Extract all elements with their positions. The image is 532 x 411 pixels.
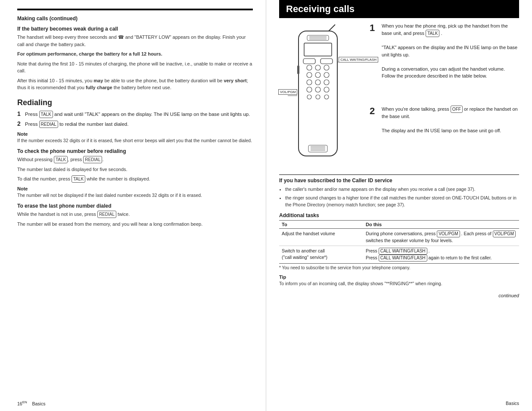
erase-heading: To erase the last phone number dialed <box>17 203 253 209</box>
step2-content: Press REDIAL to redial the number last d… <box>25 121 253 128</box>
left-page-footer: 16EN Basics <box>17 400 45 406</box>
svg-point-11 <box>307 72 312 78</box>
svg-line-1 <box>329 25 335 31</box>
check-text2: The number last dialed is displayed for … <box>17 166 253 173</box>
check-text3: To dial the number, press TALK while the… <box>17 175 253 183</box>
additional-tasks-section: Additional tasks To Do this Adjust the h… <box>279 212 519 270</box>
note2-text: The number will not be displayed if the … <box>17 192 253 199</box>
tip-text: To inform you of an incoming call, the d… <box>279 280 519 287</box>
steps-right: 1 When you hear the phone ring, pick up … <box>370 22 519 170</box>
svg-point-22 <box>324 95 329 99</box>
svg-rect-7 <box>297 65 299 74</box>
svg-point-15 <box>315 80 320 85</box>
battery-heading: If the battery becomes weak during a cal… <box>17 26 253 32</box>
optimum-heading-bold: For optimum performance, charge the batt… <box>17 51 162 56</box>
continued-text: continued <box>279 293 519 298</box>
redialing-step2: 2 Press REDIAL to redial the number last… <box>17 121 253 128</box>
svg-point-13 <box>324 72 329 78</box>
svg-point-9 <box>315 65 320 70</box>
table-row2-col2: Press CALL WAITING/FLASH . Press CALL WA… <box>363 246 519 263</box>
svg-point-16 <box>324 80 329 85</box>
talk-key3: TALK <box>72 175 85 183</box>
right-step1-number: 1 <box>370 22 380 34</box>
check-text1: Without pressing TALK, press REDIAL. <box>17 156 253 163</box>
redial-key3: REDIAL <box>97 211 116 218</box>
right-step2-number: 2 <box>370 106 380 117</box>
left-panel: Making calls (continued) If the battery … <box>0 0 266 411</box>
svg-rect-23 <box>303 59 315 64</box>
note2-label: Note <box>17 186 253 191</box>
additional-tasks-heading: Additional tasks <box>279 212 519 218</box>
top-border <box>17 9 253 10</box>
caller-id-bullet1: the caller's number and/or name appears … <box>285 186 519 193</box>
right-page-footer: Basics <box>506 401 519 406</box>
svg-point-10 <box>324 65 329 70</box>
phone-diagram: VOL/PGM CALL WAITING/FLASH VOL/PGM <box>279 22 365 170</box>
note1-text: If the number exceeds 32 digits or if it… <box>17 137 253 144</box>
redial-key: REDIAL <box>39 121 58 128</box>
page-number: 16 <box>17 401 22 406</box>
vol-pgm-key: VOL/PGM <box>437 230 460 237</box>
table-col1: To <box>279 221 363 229</box>
vol-pgm-label: VOL/PGM <box>278 89 297 95</box>
svg-point-20 <box>307 95 311 99</box>
svg-point-14 <box>307 80 312 85</box>
redial-key2: REDIAL <box>83 156 102 163</box>
caller-id-list: the caller's number and/or name appears … <box>279 186 519 208</box>
optimum-text2: After this initial 10 - 15 minutes, you … <box>17 77 253 91</box>
svg-point-19 <box>324 87 329 92</box>
vol-pgm-key2: VOL/PGM <box>493 230 516 237</box>
off-key: OFF <box>451 106 463 113</box>
battery-text: The handset will beep every three second… <box>17 34 253 48</box>
caller-id-divider <box>279 174 519 175</box>
check-heading: To check the phone number before rediali… <box>17 148 253 154</box>
right-page-label: Basics <box>506 401 519 406</box>
svg-rect-24 <box>320 59 333 64</box>
optimum-text1: Note that during the first 10 - 15 minut… <box>17 60 253 75</box>
svg-point-17 <box>307 87 312 92</box>
table-row1: Adjust the handset volume During phone c… <box>279 229 519 246</box>
caller-id-section: If you have subscribed to the Caller ID … <box>279 174 519 208</box>
page-label: Basics <box>32 401 45 406</box>
receiving-header: Receiving calls <box>279 0 519 18</box>
table-row2: Switch to another call("call waiting" se… <box>279 246 519 263</box>
svg-point-21 <box>316 95 320 99</box>
erase-text2: The number will be erased from the memor… <box>17 221 253 228</box>
table-row2-col1: Switch to another call("call waiting" se… <box>279 246 363 263</box>
erase-text1: While the handset is not in use, press R… <box>17 211 253 218</box>
making-calls-heading: Making calls (continued) <box>17 16 253 22</box>
right-step2-text: When you're done talking, press OFF or r… <box>382 106 519 134</box>
svg-rect-25 <box>308 145 327 152</box>
caller-id-heading: If you have subscribed to the Caller ID … <box>279 177 519 184</box>
footnote: * You need to subscribe to the service f… <box>279 265 519 270</box>
step2-number: 2 <box>17 120 25 128</box>
call-waiting-label: CALL WAITING/FLASH <box>339 57 378 62</box>
cwf-key1: CALL WAITING/FLASH <box>379 248 427 255</box>
caller-id-bullet2: the ringer sound changes to a higher ton… <box>285 195 519 209</box>
talk-key2: TALK <box>54 156 68 163</box>
phone-svg: VOL/PGM <box>279 22 361 169</box>
optimum-heading: For optimum performance, charge the batt… <box>17 50 253 58</box>
svg-point-18 <box>315 87 320 92</box>
talk-key-right: TALK <box>426 30 439 37</box>
table-row1-col2: During phone conversations, press VOL/PG… <box>363 229 519 246</box>
right-panel: Receiving calls <box>266 0 532 411</box>
table-row1-col1: Adjust the handset volume <box>279 229 363 246</box>
svg-rect-6 <box>304 43 332 56</box>
talk-key: TALK <box>39 111 53 118</box>
receiving-content: VOL/PGM CALL WAITING/FLASH VOL/PGM 1 Whe… <box>279 22 519 170</box>
svg-point-8 <box>307 65 312 70</box>
svg-point-12 <box>315 72 320 78</box>
redialing-step1: 1 Press TALK and wait until "TALK" appea… <box>17 111 253 118</box>
table-col2: Do this <box>363 221 519 229</box>
tasks-table: To Do this Adjust the handset volume Dur… <box>279 220 519 264</box>
step1-content: Press TALK and wait until "TALK" appears… <box>25 111 253 118</box>
right-step1-text: When you hear the phone ring, pick up th… <box>382 22 519 80</box>
right-step2: 2 When you're done talking, press OFF or… <box>370 106 519 134</box>
right-step1: 1 When you hear the phone ring, pick up … <box>370 22 519 80</box>
cwf-key2: CALL WAITING/FLASH <box>379 255 427 262</box>
step1-number: 1 <box>17 110 25 118</box>
tip-label: Tip <box>279 274 519 280</box>
note1-label: Note <box>17 131 253 137</box>
redialing-title: Redialing <box>17 98 253 107</box>
